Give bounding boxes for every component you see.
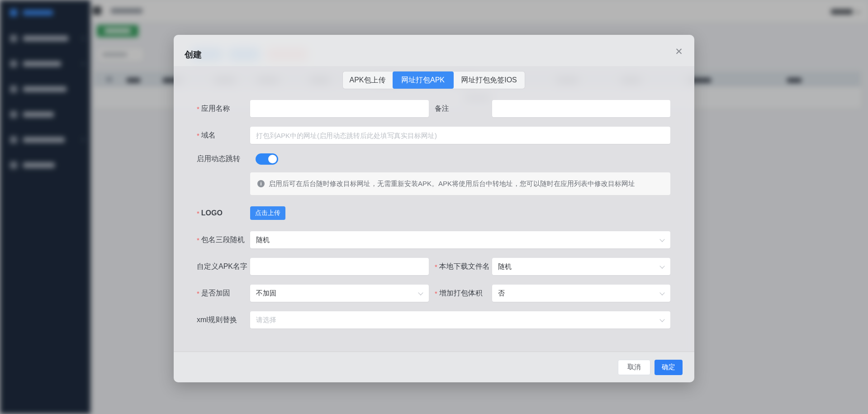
xml-rule-select[interactable]: 请选择 [250, 311, 670, 328]
remark-input[interactable] [492, 100, 670, 117]
remark-label: 备注 [435, 104, 492, 114]
app-name-label: * 应用名称 [197, 104, 250, 114]
info-icon: i [257, 180, 265, 187]
tab-url-ios[interactable]: 网址打包免签IOS [454, 71, 525, 89]
chevron-down-icon [660, 291, 664, 295]
form-row: * 是否加固 不加固 * 增加打包体积 否 [197, 285, 670, 302]
dialog-title: 创建 [185, 49, 202, 61]
required-mark: * [197, 105, 199, 113]
dialog-header: 创建 ✕ [174, 35, 694, 66]
app-name-input[interactable] [250, 100, 429, 117]
chevron-down-icon [660, 318, 664, 322]
toggle-knob [268, 155, 277, 163]
confirm-button[interactable]: 确定 [655, 360, 683, 375]
screen: 创建 ✕ APK包上传 网址打包APK 网址打包免签IOS * 应用名称 备注 [0, 0, 868, 414]
chevron-down-icon [660, 238, 664, 242]
domain-input[interactable] [250, 127, 670, 144]
form-row: xml规则替换 请选择 [197, 311, 670, 328]
upload-button[interactable]: 点击上传 [250, 206, 285, 220]
custom-apk-name-label: 自定义APK名字 [197, 262, 250, 271]
custom-apk-name-input[interactable] [250, 258, 429, 275]
harden-select[interactable]: 不加固 [250, 285, 429, 302]
tip-text: 启用后可在后台随时修改目标网址，无需重新安装APK。APK将使用后台中转地址，您… [269, 180, 635, 188]
form-row: 自定义APK名字 * 本地下载文件名 随机 [197, 258, 670, 275]
dialog-body: APK包上传 网址打包APK 网址打包免签IOS * 应用名称 备注 * [174, 66, 694, 352]
required-mark: * [435, 290, 437, 297]
dynamic-redirect-label: 启用动态跳转 [197, 154, 256, 164]
required-mark: * [435, 263, 437, 271]
close-icon[interactable]: ✕ [673, 45, 685, 57]
chevron-down-icon [419, 291, 423, 295]
required-mark: * [197, 209, 199, 217]
package-type-tabs: APK包上传 网址打包APK 网址打包免签IOS [343, 71, 525, 89]
required-mark: * [197, 290, 199, 297]
dialog-footer: 取消 确定 [174, 352, 694, 382]
create-dialog: 创建 ✕ APK包上传 网址打包APK 网址打包免签IOS * 应用名称 备注 [174, 35, 694, 382]
dynamic-redirect-toggle[interactable] [256, 153, 278, 165]
harden-label: * 是否加固 [197, 289, 250, 298]
dynamic-redirect-tip: i 启用后可在后台随时修改目标网址，无需重新安装APK。APK将使用后台中转地址… [250, 172, 670, 195]
form-row: 启用动态跳转 [197, 153, 670, 165]
form-row: * 域名 [197, 127, 670, 144]
form-row: * LOGO 点击上传 [197, 206, 670, 220]
local-filename-select[interactable]: 随机 [492, 258, 670, 275]
xml-rule-label: xml规则替换 [197, 315, 250, 325]
package-random-select[interactable]: 随机 [250, 231, 670, 248]
local-filename-label: * 本地下载文件名 [435, 262, 492, 271]
cancel-button[interactable]: 取消 [618, 360, 650, 375]
package-size-label: * 增加打包体积 [435, 289, 492, 298]
tab-url-to-apk[interactable]: 网址打包APK [393, 71, 454, 89]
form-row: i 启用后可在后台随时修改目标网址，无需重新安装APK。APK将使用后台中转地址… [250, 172, 670, 195]
package-random-label: * 包名三段随机 [197, 235, 250, 245]
required-mark: * [197, 132, 199, 139]
form-row: * 应用名称 备注 [197, 100, 670, 117]
chevron-down-icon [660, 264, 664, 268]
package-size-select[interactable]: 否 [492, 285, 670, 302]
logo-label: * LOGO [197, 209, 250, 217]
domain-label: * 域名 [197, 131, 250, 140]
required-mark: * [197, 236, 199, 244]
form-row: * 包名三段随机 随机 [197, 231, 670, 248]
tab-apk-upload[interactable]: APK包上传 [343, 71, 393, 89]
